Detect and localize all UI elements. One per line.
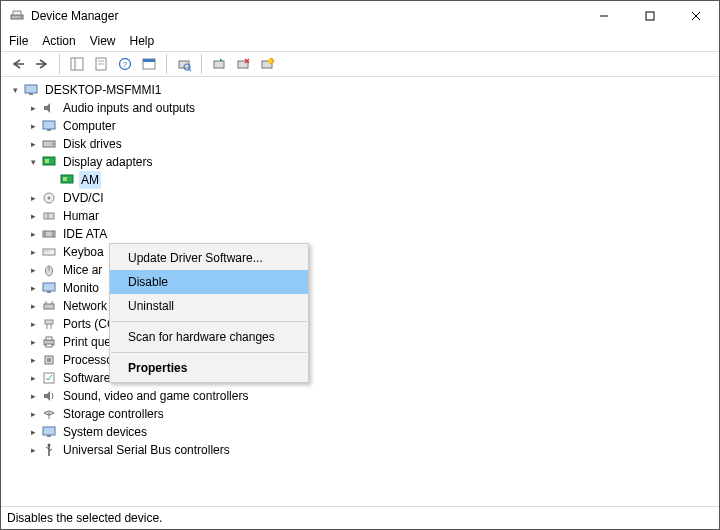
storage-icon <box>41 406 57 422</box>
expand-icon[interactable]: ▸ <box>27 117 39 135</box>
expand-icon[interactable]: ▸ <box>27 387 39 405</box>
tree-category[interactable]: ▸Humar <box>5 207 715 225</box>
svg-text:?: ? <box>123 60 128 69</box>
menu-item-uninstall[interactable]: Uninstall <box>110 294 308 318</box>
menu-bar: File Action View Help <box>1 31 719 51</box>
expand-icon[interactable]: ▸ <box>27 405 39 423</box>
svg-point-46 <box>47 251 48 252</box>
svg-line-20 <box>189 69 191 71</box>
forward-button[interactable] <box>31 53 53 75</box>
sound-icon <box>41 388 57 404</box>
help-button[interactable]: ? <box>114 53 136 75</box>
tree-category[interactable]: ▸Computer <box>5 117 715 135</box>
tree-device-selected[interactable]: ▸AM <box>5 171 715 189</box>
window-title: Device Manager <box>31 9 581 23</box>
svg-point-32 <box>52 143 54 145</box>
svg-rect-36 <box>63 177 67 181</box>
expand-icon[interactable]: ▸ <box>27 333 39 351</box>
device-manager-window: Device Manager File Action View Help ? ▾ <box>0 0 720 530</box>
expand-icon[interactable]: ▸ <box>27 369 39 387</box>
computer-icon <box>41 118 57 134</box>
monitor-icon <box>41 280 57 296</box>
expand-icon[interactable]: ▸ <box>27 189 39 207</box>
toolbar: ? <box>1 51 719 77</box>
expand-icon[interactable]: ▸ <box>27 135 39 153</box>
tree-content: ▾ DESKTOP-MSFMMI1 ▸Audio inputs and outp… <box>1 77 719 507</box>
tree-category[interactable]: ▸IDE ATA <box>5 225 715 243</box>
svg-rect-30 <box>47 129 51 131</box>
tree-category-display[interactable]: ▾Display adapters <box>5 153 715 171</box>
svg-rect-1 <box>13 11 21 15</box>
system-icon <box>41 424 57 440</box>
svg-rect-51 <box>47 291 51 293</box>
tree-category[interactable]: ▸Storage controllers <box>5 405 715 423</box>
svg-point-68 <box>48 444 51 447</box>
context-menu: Update Driver Software... Disable Uninst… <box>109 243 309 383</box>
expand-icon[interactable]: ▸ <box>27 351 39 369</box>
expand-icon[interactable]: ▸ <box>27 423 39 441</box>
menu-help[interactable]: Help <box>130 34 155 48</box>
tree-category[interactable]: ▸Universal Serial Bus controllers <box>5 441 715 459</box>
svg-rect-44 <box>43 249 55 255</box>
show-hide-tree-button[interactable] <box>66 53 88 75</box>
expand-icon[interactable]: ▸ <box>27 315 39 333</box>
expand-icon[interactable]: ▸ <box>27 297 39 315</box>
menu-item-disable[interactable]: Disable <box>110 270 308 294</box>
collapse-icon[interactable]: ▾ <box>9 81 21 99</box>
toolbar-separator <box>59 54 60 74</box>
mouse-icon <box>41 262 57 278</box>
expand-icon[interactable]: ▸ <box>27 441 39 459</box>
ports-icon <box>41 316 57 332</box>
svg-rect-59 <box>46 337 52 340</box>
tree-category[interactable]: ▸DVD/CI <box>5 189 715 207</box>
display-icon <box>41 154 57 170</box>
expand-icon[interactable]: ▸ <box>27 279 39 297</box>
expand-icon[interactable]: ▸ <box>27 243 39 261</box>
cpu-icon <box>41 352 57 368</box>
menu-file[interactable]: File <box>9 34 28 48</box>
menu-separator <box>111 321 307 322</box>
back-button[interactable] <box>7 53 29 75</box>
svg-rect-34 <box>45 159 49 163</box>
svg-rect-50 <box>43 283 55 291</box>
properties-button[interactable] <box>90 53 112 75</box>
close-button[interactable] <box>673 1 719 31</box>
minimize-button[interactable] <box>581 1 627 31</box>
menu-item-scan[interactable]: Scan for hardware changes <box>110 325 308 349</box>
expand-icon[interactable]: ▸ <box>27 261 39 279</box>
svg-rect-66 <box>47 435 51 437</box>
uninstall-button[interactable] <box>232 53 254 75</box>
menu-separator <box>111 352 307 353</box>
expand-icon[interactable]: ▸ <box>27 207 39 225</box>
tree-category[interactable]: ▸System devices <box>5 423 715 441</box>
display-icon <box>59 172 75 188</box>
svg-rect-27 <box>25 85 37 93</box>
disk-icon <box>41 136 57 152</box>
menu-item-properties[interactable]: Properties <box>110 356 308 380</box>
expand-icon[interactable]: ▸ <box>27 225 39 243</box>
scan-hardware-button[interactable] <box>173 53 195 75</box>
svg-rect-29 <box>43 121 55 129</box>
svg-rect-21 <box>214 61 224 68</box>
expand-icon[interactable]: ▸ <box>27 99 39 117</box>
hid-icon <box>41 208 57 224</box>
tree-category[interactable]: ▸Audio inputs and outputs <box>5 99 715 117</box>
software-icon <box>41 370 57 386</box>
collapse-icon[interactable]: ▾ <box>27 153 39 171</box>
tree-category[interactable]: ▸Sound, video and game controllers <box>5 387 715 405</box>
update-driver-button[interactable] <box>208 53 230 75</box>
svg-rect-17 <box>143 59 155 62</box>
audio-icon <box>41 100 57 116</box>
computer-icon <box>23 82 39 98</box>
menu-item-update-driver[interactable]: Update Driver Software... <box>110 246 308 270</box>
svg-rect-28 <box>29 93 33 95</box>
menu-action[interactable]: Action <box>42 34 75 48</box>
disable-button[interactable] <box>256 53 278 75</box>
tree-category[interactable]: ▸Disk drives <box>5 135 715 153</box>
menu-view[interactable]: View <box>90 34 116 48</box>
svg-rect-65 <box>43 427 55 435</box>
toolbar-button-a[interactable] <box>138 53 160 75</box>
toolbar-separator <box>166 54 167 74</box>
maximize-button[interactable] <box>627 1 673 31</box>
tree-root[interactable]: ▾ DESKTOP-MSFMMI1 <box>5 81 715 99</box>
